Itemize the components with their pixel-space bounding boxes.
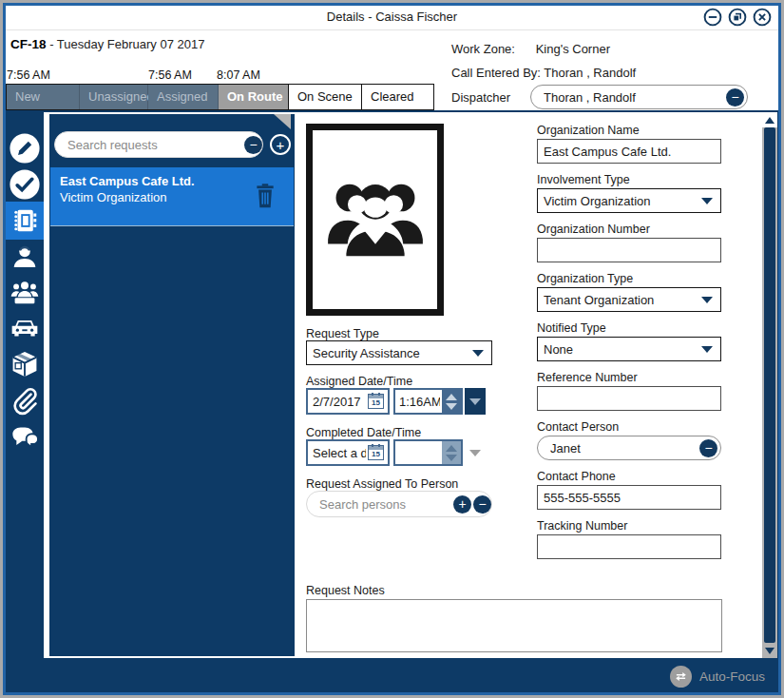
sidebar-item-vehicle[interactable]	[6, 310, 44, 346]
dispatcher-select[interactable]: −	[530, 85, 748, 109]
tab-assigned[interactable]: Assigned	[148, 85, 219, 109]
calendar-bar	[369, 446, 383, 450]
footer-bar: Auto-Focus	[6, 661, 778, 692]
assigned-person-label: Request Assigned To Person	[306, 477, 458, 491]
minimize-button[interactable]	[703, 8, 722, 27]
request-notes-input[interactable]	[306, 599, 722, 652]
organization-image-frame	[306, 124, 444, 316]
assigned-datetime-row: 15	[306, 388, 486, 415]
organization-name-input[interactable]	[537, 139, 721, 164]
close-button[interactable]	[753, 8, 772, 27]
dropdown-caret-icon	[701, 346, 713, 353]
request-search-remove-button[interactable]: −	[244, 136, 262, 154]
assigned-time-dropdown-button[interactable]	[465, 388, 486, 415]
dropdown-caret-icon	[469, 450, 481, 456]
timestamp-assigned: 7:56 AM	[148, 68, 192, 82]
dispatcher-value-input[interactable]	[531, 90, 726, 105]
assigned-datetime-label: Assigned Date/Time	[306, 375, 412, 388]
completed-date-input[interactable]	[308, 445, 368, 461]
completed-time-dropdown-button[interactable]	[465, 439, 486, 466]
assigned-time-field[interactable]	[393, 388, 463, 415]
organization-type-select[interactable]: Tenant Organization	[537, 287, 721, 312]
scroll-up-button[interactable]	[762, 112, 777, 127]
tab-cleared[interactable]: Cleared	[362, 85, 433, 109]
person-remove-button[interactable]: −	[473, 495, 491, 514]
time-spinner[interactable]	[442, 390, 461, 413]
sidebar-item-person[interactable]	[6, 238, 44, 274]
scrollbar-thumb[interactable]	[764, 127, 775, 643]
sidebar-item-package[interactable]	[6, 346, 44, 382]
tracking-number-input[interactable]	[537, 534, 721, 559]
tab-on-route[interactable]: On Route	[219, 85, 289, 109]
status-tabs: New Unassigned Assigned On Route On Scen…	[6, 84, 434, 110]
contact-phone-input[interactable]	[537, 485, 721, 510]
work-zone-label: Work Zone:	[451, 42, 532, 56]
assigned-date-input[interactable]	[308, 394, 368, 410]
assigned-date-field[interactable]: 15	[306, 388, 390, 415]
call-entered-by-label: Call Entered By:	[451, 66, 541, 80]
dropdown-caret-icon	[472, 350, 484, 357]
request-search[interactable]: −	[54, 131, 263, 158]
request-list-item[interactable]: East Campus Cafe Ltd. Victim Organizatio…	[50, 167, 294, 226]
involvement-type-label: Involvement Type	[537, 173, 721, 188]
tab-on-scene[interactable]: On Scene	[289, 85, 362, 109]
delete-request-icon[interactable]	[252, 182, 278, 210]
scroll-down-button[interactable]	[762, 643, 777, 658]
sidebar-item-people[interactable]	[6, 274, 44, 310]
tab-new[interactable]: New	[7, 85, 80, 109]
organization-type-label: Organization Type	[537, 272, 721, 287]
case-date: - Tuesday February 07 2017	[49, 37, 204, 51]
tab-unassigned[interactable]: Unassigned	[80, 85, 148, 109]
sidebar-item-messages[interactable]	[6, 418, 44, 455]
spinner-up-icon	[446, 445, 457, 452]
person-search[interactable]: + −	[306, 491, 492, 517]
person-icon	[10, 241, 40, 271]
notified-type-select[interactable]: None	[537, 337, 721, 361]
request-search-input[interactable]	[55, 137, 244, 153]
titlebar[interactable]: Details - Caissa Fischer	[6, 6, 778, 30]
pencil-icon	[9, 132, 41, 165]
case-id: CF-18	[10, 37, 47, 51]
person-add-button[interactable]: +	[453, 495, 471, 514]
organization-type-value: Tenant Organization	[538, 293, 701, 307]
calendar-icon[interactable]: 15	[368, 394, 384, 409]
request-type-label: Request Type	[306, 327, 379, 340]
request-item-title: East Campus Cafe Ltd.	[60, 174, 284, 188]
check-icon	[9, 168, 41, 201]
sidebar-item-edit[interactable]	[6, 130, 44, 166]
dropdown-caret-icon	[701, 297, 713, 303]
time-spinner-disabled[interactable]	[442, 441, 461, 464]
auto-focus-icon[interactable]	[670, 666, 692, 688]
sidebar-item-tasks[interactable]	[6, 166, 44, 203]
notified-type-label: Notified Type	[537, 321, 721, 337]
restore-button[interactable]	[728, 8, 747, 27]
dispatcher-remove-button[interactable]: −	[726, 88, 744, 107]
sidebar-item-attachments[interactable]	[6, 382, 44, 418]
scroll-down-icon	[765, 648, 774, 654]
person-search-input[interactable]	[307, 496, 453, 513]
request-type-select[interactable]: Security Assistance	[306, 340, 492, 365]
dispatcher-label: Dispatcher	[451, 90, 510, 105]
organization-number-input[interactable]	[537, 238, 721, 262]
call-entered-by-value: Thoran , Randolf	[544, 66, 636, 80]
contact-person-select[interactable]: −	[537, 436, 721, 460]
contact-person-remove-button[interactable]: −	[699, 439, 717, 457]
involvement-type-select[interactable]: Victim Organization	[537, 188, 721, 213]
add-request-button[interactable]: +	[270, 134, 291, 155]
notified-type-value: None	[538, 342, 701, 357]
car-icon	[10, 313, 40, 343]
window-title: Details - Caissa Fischer	[6, 10, 778, 24]
vertical-scrollbar[interactable]	[762, 112, 777, 658]
calendar-icon[interactable]: 15	[368, 445, 384, 460]
spinner-down-icon	[446, 455, 457, 461]
spinner-up-icon	[446, 394, 457, 400]
paperclip-icon	[10, 385, 40, 416]
completed-time-input[interactable]	[395, 441, 442, 464]
assigned-time-input[interactable]	[395, 390, 442, 413]
sidebar-item-contacts[interactable]	[6, 202, 44, 240]
reference-number-input[interactable]	[537, 386, 721, 411]
completed-date-field[interactable]: 15	[306, 439, 390, 466]
contact-person-input[interactable]	[538, 441, 699, 456]
completed-time-field[interactable]	[393, 439, 463, 466]
panel-resize-corner[interactable]	[274, 114, 291, 129]
